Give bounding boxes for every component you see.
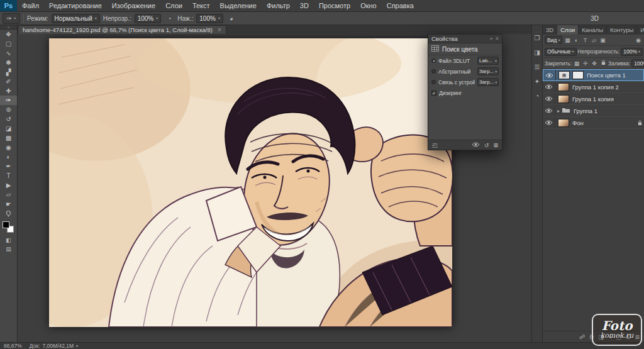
zoom-tool[interactable]: Ϙ: [0, 209, 17, 218]
tab-channels[interactable]: Каналы: [579, 25, 607, 35]
close-icon[interactable]: ×: [218, 26, 221, 33]
hand-tool[interactable]: ☛: [0, 199, 17, 209]
move-tool[interactable]: ✥: [0, 30, 17, 39]
3dlut-file-radio[interactable]: [431, 58, 436, 63]
menu-image[interactable]: Изображение: [107, 0, 160, 11]
fill-select[interactable]: 100%▾: [631, 59, 644, 67]
tab-3d[interactable]: 3D: [543, 25, 557, 35]
pressure-opacity-icon[interactable]: ◔: [164, 15, 174, 22]
collapse-panel-icon[interactable]: »: [490, 36, 492, 42]
type-filter-icon[interactable]: T: [581, 37, 589, 43]
history-brush-tool[interactable]: ↺: [0, 114, 17, 124]
menu-edit[interactable]: Редактирование: [44, 0, 107, 11]
toolbar-grip[interactable]: »: [0, 25, 17, 30]
layer-thumbnail[interactable]: [558, 95, 569, 103]
rectangle-tool[interactable]: ▱: [0, 190, 17, 199]
layer-filter-select[interactable]: Вид▾: [545, 36, 562, 44]
menu-window[interactable]: Окно: [355, 0, 382, 11]
visibility-toggle-button[interactable]: [472, 142, 480, 148]
workspace-switcher[interactable]: 3D: [586, 14, 604, 23]
delete-adjustment-button[interactable]: ⊠: [493, 142, 498, 148]
tab-layers[interactable]: Слои: [557, 25, 579, 35]
foreground-color-swatch[interactable]: [3, 221, 9, 228]
device-link-select[interactable]: Загр...▾: [477, 78, 499, 86]
menu-type[interactable]: Текст: [187, 0, 215, 11]
lasso-tool[interactable]: ∿: [0, 48, 17, 58]
collapsed-panel-icon[interactable]: ◔: [533, 92, 541, 100]
healing-brush-tool[interactable]: ✚: [0, 86, 17, 96]
collapsed-panel-icon[interactable]: ❐: [533, 34, 541, 42]
tab-history[interactable]: История: [637, 25, 644, 35]
collapsed-panel-icon[interactable]: ◨: [533, 48, 541, 57]
adjustment-layer-thumbnail[interactable]: ▦: [558, 71, 570, 79]
panel-menu-icon[interactable]: ≡: [496, 36, 499, 42]
3dlut-file-select[interactable]: Lab...▾: [477, 57, 499, 65]
menu-3d[interactable]: 3D: [295, 0, 314, 11]
layer-thumbnail[interactable]: [558, 119, 569, 127]
layer-visibility-toggle[interactable]: [543, 93, 555, 104]
layer-visibility-toggle[interactable]: [543, 81, 555, 92]
layer-mask-thumbnail[interactable]: [572, 71, 584, 79]
opacity-select[interactable]: 100%▾: [135, 14, 162, 23]
quick-mask-button[interactable]: ◧: [0, 236, 17, 245]
layer-visibility-toggle[interactable]: [543, 70, 556, 80]
clone-stamp-tool[interactable]: ⊛: [0, 105, 17, 114]
lock-position-icon[interactable]: ✥: [591, 60, 598, 67]
blend-mode-select[interactable]: Нормальный▾: [52, 14, 100, 23]
layer-row-color-lookup[interactable]: ▦ Поиск цвета 1: [543, 69, 644, 81]
eraser-tool[interactable]: ◪: [0, 124, 17, 133]
zoom-level[interactable]: 66,67%: [4, 343, 22, 349]
airbrush-icon[interactable]: ◕: [226, 15, 236, 22]
eyedropper-tool[interactable]: ✐: [0, 77, 17, 86]
reset-button[interactable]: ↺: [484, 142, 489, 148]
menu-view[interactable]: Просмотр: [314, 0, 355, 11]
pixel-filter-icon[interactable]: ▦: [564, 37, 571, 43]
collapsed-panel-icon[interactable]: ☰: [533, 63, 541, 71]
adjustment-filter-icon[interactable]: ◐: [572, 37, 580, 43]
layer-visibility-toggle[interactable]: [543, 105, 555, 116]
layer-row-group-copy2[interactable]: Группа 1 копия 2: [543, 81, 644, 93]
tool-preset-picker[interactable]: ✑▾: [3, 13, 20, 24]
quick-selection-tool[interactable]: ✽: [0, 58, 17, 67]
lock-pixels-icon[interactable]: ✛: [582, 60, 589, 67]
collapsed-panel-icon[interactable]: ✦: [533, 77, 541, 86]
document-sizes[interactable]: Док: 7,00M/42,1M ▸: [30, 343, 79, 349]
clip-to-layer-button[interactable]: ◰: [432, 142, 438, 148]
menu-filter[interactable]: Фильтр: [262, 0, 295, 11]
abstract-select[interactable]: Загр...▾: [477, 67, 499, 75]
layer-thumbnail[interactable]: [558, 83, 569, 91]
device-link-radio[interactable]: [431, 80, 436, 84]
flow-select[interactable]: 100%▾: [196, 14, 223, 23]
abstract-radio[interactable]: [431, 69, 436, 74]
pen-tool[interactable]: ✒: [0, 162, 17, 171]
status-arrow-icon[interactable]: ▸: [76, 343, 79, 348]
marquee-tool[interactable]: ▢: [0, 39, 17, 48]
layer-row-background[interactable]: Фон: [543, 117, 644, 129]
screen-mode-button[interactable]: ▤: [0, 245, 17, 253]
layer-opacity-select[interactable]: 100%▾: [621, 48, 643, 56]
layer-row-group-copy[interactable]: Группа 1 копия: [543, 93, 644, 105]
brush-tool[interactable]: ✑: [0, 96, 17, 105]
lock-all-icon[interactable]: [599, 60, 607, 67]
menu-help[interactable]: Справка: [382, 0, 419, 11]
dither-checkbox[interactable]: ✓: [431, 91, 436, 96]
menu-file[interactable]: Файл: [17, 0, 44, 11]
filter-toggle-icon[interactable]: ◉: [635, 37, 642, 43]
menu-layers[interactable]: Слои: [160, 0, 187, 11]
smart-object-filter-icon[interactable]: ▣: [599, 37, 606, 43]
path-selection-tool[interactable]: ▶: [0, 180, 17, 190]
properties-title-bar[interactable]: Свойства » ≡: [428, 35, 502, 43]
document-canvas[interactable]: [49, 38, 452, 327]
layer-blend-mode-select[interactable]: Обычные▾: [545, 48, 577, 56]
crop-tool[interactable]: ▞: [0, 67, 17, 77]
tab-paths[interactable]: Контуры: [607, 25, 637, 35]
link-layers-button[interactable]: ☍: [579, 334, 585, 340]
layer-row-group[interactable]: ▸ Группа 1: [543, 105, 644, 117]
menu-select[interactable]: Выделение: [215, 0, 262, 11]
lock-transparency-icon[interactable]: ▦: [573, 60, 580, 67]
type-tool[interactable]: T: [0, 171, 17, 180]
blur-tool[interactable]: ◉: [0, 143, 17, 152]
group-expand-caret[interactable]: ▸: [555, 108, 562, 114]
dodge-tool[interactable]: ◐: [0, 152, 17, 162]
gradient-tool[interactable]: ▩: [0, 133, 17, 143]
